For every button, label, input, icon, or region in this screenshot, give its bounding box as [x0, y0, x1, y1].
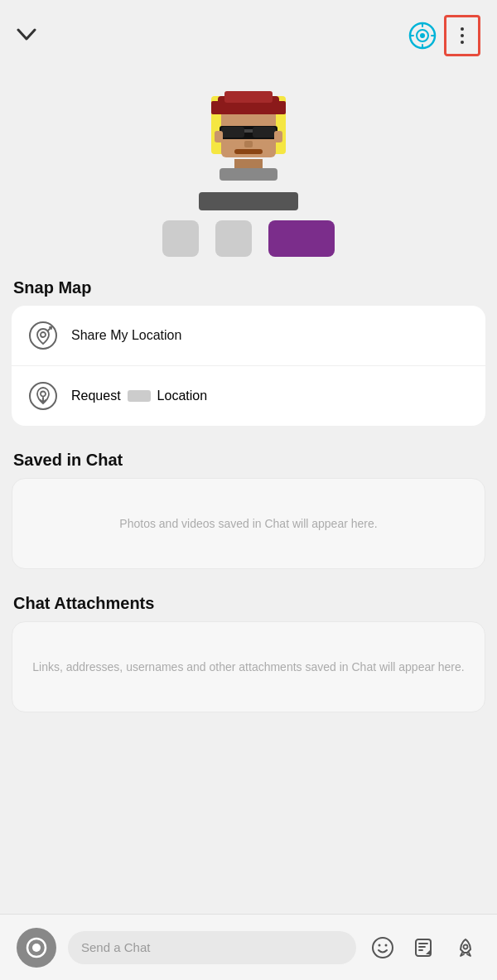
chat-input[interactable]: Send a Chat: [68, 931, 356, 964]
request-location-text: Request Location: [71, 389, 207, 403]
more-menu-highlight: [444, 15, 480, 56]
dot-2: [461, 34, 464, 37]
svg-rect-7: [211, 101, 228, 114]
action-button-2[interactable]: [215, 220, 252, 257]
svg-point-25: [32, 944, 41, 952]
svg-rect-14: [244, 141, 253, 147]
svg-rect-12: [253, 127, 276, 138]
username-blurred-small: [128, 390, 151, 402]
more-menu-button[interactable]: [448, 19, 476, 52]
emoji-button[interactable]: [368, 933, 398, 963]
dot-3: [461, 41, 464, 44]
sticker-button[interactable]: [409, 933, 439, 963]
request-label: Request: [71, 389, 121, 403]
avatar: [195, 73, 302, 181]
svg-point-21: [41, 332, 46, 337]
avatar-section: [0, 65, 497, 270]
svg-rect-8: [269, 101, 286, 114]
svg-point-23: [41, 392, 46, 397]
share-location-icon: [28, 321, 58, 350]
chat-attachments-section-label: Chat Attachments: [0, 586, 497, 621]
svg-rect-9: [224, 91, 273, 103]
saved-in-chat-card: Photos and videos saved in Chat will app…: [12, 478, 485, 569]
share-location-row[interactable]: Share My Location: [12, 306, 485, 365]
svg-point-27: [379, 944, 381, 946]
snap-map-section-label: Snap Map: [0, 270, 497, 306]
svg-rect-11: [221, 127, 244, 138]
request-location-row[interactable]: Request Location: [12, 365, 485, 426]
svg-rect-16: [215, 131, 223, 142]
chat-attachments-empty-text: Links, addresses, usernames and other at…: [32, 659, 464, 676]
location-label: Location: [157, 389, 208, 403]
snap-map-card: Share My Location Request Location: [12, 306, 485, 426]
svg-rect-19: [220, 168, 277, 181]
snap-scan-button[interactable]: [406, 19, 439, 52]
saved-in-chat-section-label: Saved in Chat: [0, 442, 497, 478]
svg-rect-13: [244, 129, 253, 133]
svg-point-2: [420, 33, 425, 38]
action-button-1[interactable]: [162, 220, 199, 257]
camera-button[interactable]: [17, 928, 56, 968]
rocket-button[interactable]: [451, 933, 480, 963]
action-button-purple[interactable]: [268, 220, 335, 257]
svg-rect-15: [234, 149, 263, 154]
svg-rect-17: [274, 131, 282, 142]
action-buttons: [162, 220, 335, 257]
request-location-icon: [28, 381, 58, 411]
svg-point-28: [385, 944, 388, 946]
svg-point-20: [30, 322, 56, 349]
svg-point-30: [464, 944, 468, 949]
saved-in-chat-empty-text: Photos and videos saved in Chat will app…: [119, 515, 377, 533]
chevron-down-icon[interactable]: [17, 25, 36, 46]
share-location-text: Share My Location: [71, 328, 181, 343]
bottom-bar: Send a Chat: [0, 914, 497, 980]
top-right-icons: [406, 15, 480, 56]
dot-1: [461, 27, 464, 31]
svg-point-26: [373, 938, 393, 958]
chat-attachments-card: Links, addresses, usernames and other at…: [12, 621, 485, 712]
top-bar: [0, 0, 497, 65]
chat-input-placeholder: Send a Chat: [81, 940, 150, 954]
username-hidden: [199, 192, 298, 210]
